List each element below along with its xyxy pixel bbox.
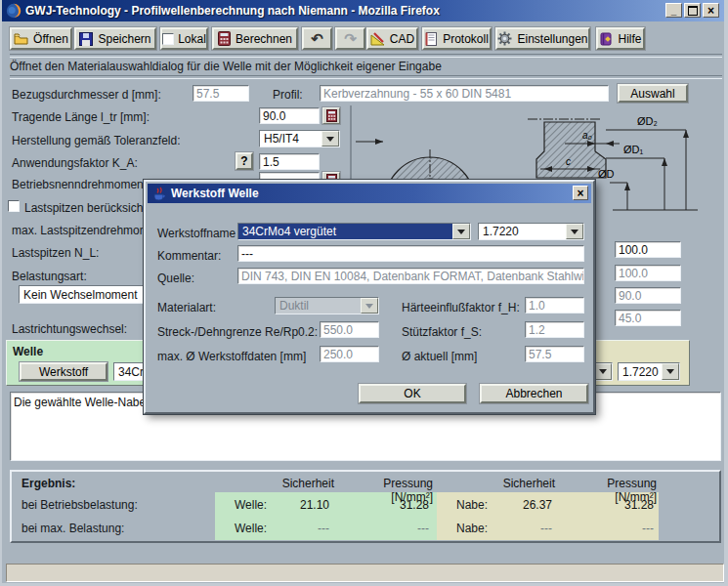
max-durchmesser-field[interactable]: 250.0 bbox=[320, 346, 379, 362]
lastspitzen-checkbox[interactable] bbox=[8, 200, 20, 212]
dialog-titlebar: Werkstoff Welle × bbox=[148, 184, 591, 203]
werkstoffname-label: Werkstoffname bbox=[157, 227, 236, 240]
window-title: GWJ-Technology - Profilwellenberechnung … bbox=[25, 4, 440, 18]
werkstoffnummer-combo[interactable]: 1.7220 bbox=[478, 223, 584, 240]
calculator-icon bbox=[218, 31, 231, 46]
dim-d-label: ØD bbox=[598, 168, 615, 180]
max-durchmesser-label: max. Ø Werkstoffdaten [mm] bbox=[157, 350, 306, 363]
undo-button[interactable]: ↶ bbox=[302, 27, 332, 50]
quelle-field[interactable]: DIN 743, DIN EN 10084, Datenbank FORMAT,… bbox=[237, 268, 584, 284]
status-bar bbox=[6, 564, 724, 582]
lokal-toggle[interactable]: Lokal bbox=[160, 27, 208, 50]
result-row-label: bei max. Belastung: bbox=[21, 522, 124, 535]
nabe-sicherheit-value: --- bbox=[484, 522, 552, 535]
lokal-checkbox[interactable] bbox=[162, 33, 174, 45]
close-button[interactable]: × bbox=[703, 3, 719, 18]
anwendungsfaktor-help-button[interactable]: ? bbox=[236, 152, 253, 170]
results-title: Ergebnis: bbox=[21, 477, 75, 490]
save-button[interactable]: Speichern bbox=[74, 27, 156, 50]
profil-label: Profil: bbox=[273, 88, 303, 102]
cancel-button[interactable]: Abbrechen bbox=[480, 384, 588, 403]
chevron-down-icon[interactable] bbox=[452, 224, 470, 239]
mini-calculator-icon bbox=[326, 109, 337, 122]
kommentar-label: Kommentar: bbox=[157, 249, 221, 263]
toleranzfeld-combo[interactable]: H5/IT4 bbox=[259, 130, 340, 147]
nabe-pressung-value: --- bbox=[585, 522, 654, 535]
cad-button[interactable]: CAD bbox=[366, 27, 418, 50]
status-info-line: Öffnet den Materialauswahldialog für die… bbox=[10, 60, 442, 73]
open-button[interactable]: Öffnen bbox=[10, 27, 72, 50]
dim-d2-label: ØD₂ bbox=[637, 115, 658, 127]
help-button[interactable]: Hilfe bbox=[596, 27, 645, 50]
toolbar-separator bbox=[10, 54, 722, 58]
chevron-down-icon bbox=[361, 298, 378, 314]
lastrichtung-label: Lastrichtungswechsel: bbox=[12, 322, 127, 336]
lastspitzen-nl-label: Lastspitzen N_L: bbox=[12, 246, 99, 260]
window-titlebar: GWJ-Technology - Profilwellenberechnung … bbox=[2, 0, 724, 21]
anwendungsfaktor-field[interactable]: 1.5 bbox=[259, 153, 320, 170]
stuetz-field[interactable]: 1.2 bbox=[525, 321, 584, 338]
stuetz-label: Stützfaktor f_S: bbox=[402, 325, 482, 339]
redo-icon: ↷ bbox=[344, 30, 357, 48]
infoline-separator bbox=[10, 75, 722, 79]
chevron-down-icon[interactable] bbox=[594, 363, 612, 380]
aktuell-label: Ø aktuell [mm] bbox=[402, 350, 477, 363]
open-folder-icon bbox=[14, 32, 28, 45]
dialog-title: Werkstoff Welle bbox=[171, 187, 259, 200]
cad-icon bbox=[370, 32, 385, 46]
werkstoffname-combo[interactable]: 34CrMo4 vergütet bbox=[237, 223, 471, 240]
anwendungsfaktor-label: Anwendungsfaktor K_A: bbox=[12, 156, 138, 170]
quelle-label: Quelle: bbox=[157, 272, 194, 285]
max-lastspitzen-label: max. Lastspitzendrehmoment bbox=[12, 224, 165, 237]
werkstoff-button[interactable]: Werkstoff bbox=[20, 362, 107, 381]
haerte-label: Härteeinflußfaktor f_H: bbox=[402, 301, 520, 314]
protocol-document-icon bbox=[425, 32, 438, 46]
materialart-combo[interactable]: Duktil bbox=[275, 297, 379, 314]
chevron-down-icon[interactable] bbox=[566, 224, 583, 239]
window-controls: _ × bbox=[664, 3, 719, 18]
chevron-down-icon[interactable] bbox=[662, 363, 679, 380]
settings-gear-icon bbox=[497, 31, 512, 46]
help-book-icon bbox=[599, 32, 613, 46]
nabe-pressung-value: 31.28 bbox=[585, 498, 654, 512]
streck-field[interactable]: 550.0 bbox=[320, 321, 379, 338]
bezugsdurchmesser-label: Bezugsdurchmesser d [mm]: bbox=[12, 88, 161, 102]
tragende-laenge-calc-button[interactable] bbox=[322, 107, 340, 124]
dim-a0-label: a₀ bbox=[582, 130, 592, 141]
firefox-icon bbox=[6, 3, 21, 19]
protokoll-button[interactable]: Protokoll bbox=[422, 27, 492, 50]
col-header-sicherheit-welle: Sicherheit bbox=[248, 477, 334, 490]
ok-button[interactable]: OK bbox=[359, 384, 466, 403]
dialog-close-button[interactable]: × bbox=[573, 186, 588, 200]
nabe-number-combo[interactable]: 1.7220 bbox=[618, 362, 680, 381]
materialart-label: Materialart: bbox=[157, 301, 216, 314]
welle-sicherheit-value: 21.10 bbox=[261, 498, 329, 512]
results-panel: Ergebnis: Sicherheit Pressung [N/mm²] Si… bbox=[10, 470, 721, 543]
kommentar-field[interactable]: --- bbox=[237, 245, 584, 262]
dim-c-label: c bbox=[566, 156, 571, 167]
welle-sicherheit-value: --- bbox=[261, 522, 329, 535]
minimize-button[interactable]: _ bbox=[665, 3, 682, 18]
maximize-button[interactable] bbox=[684, 3, 701, 18]
dim-d1-label: ØD₁ bbox=[623, 144, 644, 155]
redo-button[interactable]: ↷ bbox=[335, 27, 365, 50]
chevron-down-icon[interactable] bbox=[321, 131, 339, 146]
calculate-button[interactable]: Berechnen bbox=[212, 27, 298, 50]
java-cup-icon bbox=[151, 187, 166, 201]
welle-pressung-value: 31.28 bbox=[361, 498, 429, 512]
col-header-sicherheit-nabe: Sicherheit bbox=[469, 477, 555, 490]
nabe-sicherheit-value: 26.37 bbox=[484, 498, 552, 512]
result-row-label: bei Betriebsbelastung: bbox=[21, 498, 138, 512]
welle-section-title: Welle bbox=[13, 345, 43, 358]
toleranzfeld-label: Herstellung gemäß Toleranzfeld: bbox=[12, 134, 181, 147]
save-floppy-icon bbox=[79, 32, 93, 46]
aktuell-field[interactable]: 57.5 bbox=[525, 346, 584, 362]
welle-pressung-value: --- bbox=[361, 522, 429, 535]
undo-icon: ↶ bbox=[311, 30, 323, 48]
bezugsdurchmesser-field[interactable]: 57.5 bbox=[193, 85, 249, 102]
haerte-field[interactable]: 1.0 bbox=[525, 297, 584, 314]
streck-label: Streck-/Dehngrenze Re/Rp0.2: bbox=[157, 325, 318, 339]
tragende-laenge-field[interactable]: 90.0 bbox=[259, 107, 320, 124]
werkstoff-welle-dialog: Werkstoff Welle × Werkstoffname 34CrMo4 … bbox=[144, 180, 595, 414]
settings-button[interactable]: Einstellungen bbox=[495, 27, 590, 50]
